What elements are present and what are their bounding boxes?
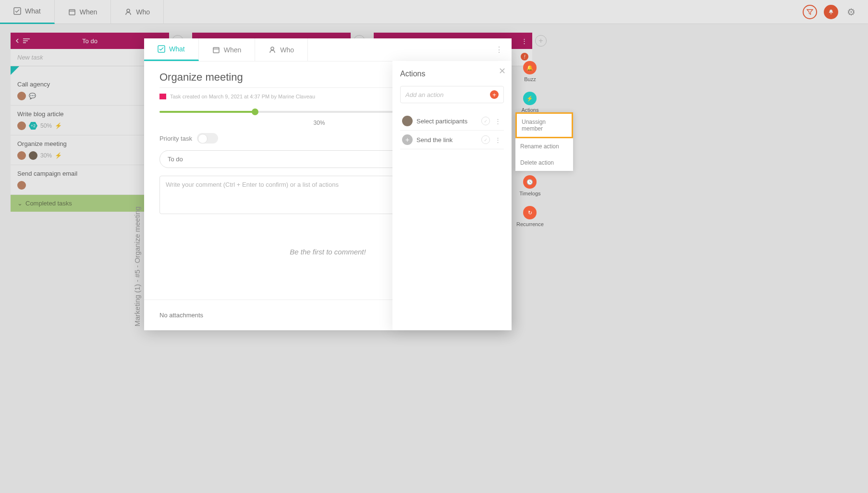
project-color-icon xyxy=(159,94,166,99)
tool-timelogs[interactable]: 🕓Timelogs xyxy=(519,175,540,196)
tool-actions[interactable]: ⚡Actions xyxy=(521,92,538,113)
check-icon xyxy=(158,45,165,53)
action-menu-icon[interactable]: ⋮ xyxy=(494,118,502,125)
action-check[interactable]: ✓ xyxy=(481,117,490,125)
attachments-label: No attachments xyxy=(159,312,203,319)
modal-tab-who[interactable]: Who xyxy=(255,38,308,61)
action-label: Send the link xyxy=(416,136,452,144)
add-action-input[interactable]: Add an action+ xyxy=(400,86,504,103)
breadcrumb-vertical: Marketing (1) - #5 - Organize meeting xyxy=(133,206,141,326)
close-icon[interactable]: ✕ xyxy=(499,66,506,76)
priority-label: Priority task xyxy=(159,135,192,142)
action-check[interactable]: ✓ xyxy=(481,135,490,144)
modal-tab-when[interactable]: When xyxy=(199,38,256,61)
unassigned-avatar-icon: + xyxy=(402,134,413,145)
clock-icon: 🕓 xyxy=(523,175,537,189)
bell-icon: 🔔 xyxy=(523,61,537,74)
ctx-delete-action[interactable]: Delete action xyxy=(515,155,573,171)
action-item[interactable]: Select participants ✓ ⋮ xyxy=(400,112,504,131)
bolt-icon: ⚡ xyxy=(523,92,537,105)
ctx-rename-action[interactable]: Rename action xyxy=(515,138,573,155)
actions-panel: ✕ Actions Add an action+ Select particip… xyxy=(392,61,512,330)
svg-point-13 xyxy=(271,47,274,50)
action-context-menu: Unassign member Rename action Delete act… xyxy=(515,112,573,171)
modal-tab-what[interactable]: What xyxy=(144,38,199,61)
action-item[interactable]: + Send the link ✓ ⋮ xyxy=(400,131,504,149)
action-menu-icon[interactable]: ⋮ xyxy=(494,136,502,144)
ctx-unassign-member[interactable]: Unassign member xyxy=(515,112,573,138)
plus-icon: + xyxy=(490,90,499,99)
repeat-icon: ↻ xyxy=(523,206,537,219)
priority-toggle[interactable] xyxy=(197,133,218,144)
svg-rect-11 xyxy=(213,48,219,53)
action-label: Select participants xyxy=(416,118,467,125)
calendar-icon xyxy=(212,46,220,54)
modal-more-icon[interactable]: ⋮ xyxy=(487,38,512,61)
tool-recurrence[interactable]: ↻Recurrence xyxy=(516,206,544,227)
tool-buzz[interactable]: 🔔Buzz xyxy=(523,61,537,82)
person-icon xyxy=(269,46,276,54)
actions-title: Actions xyxy=(400,70,504,78)
avatar xyxy=(402,116,413,126)
modal-tabs: What When Who ⋮ xyxy=(144,38,512,61)
